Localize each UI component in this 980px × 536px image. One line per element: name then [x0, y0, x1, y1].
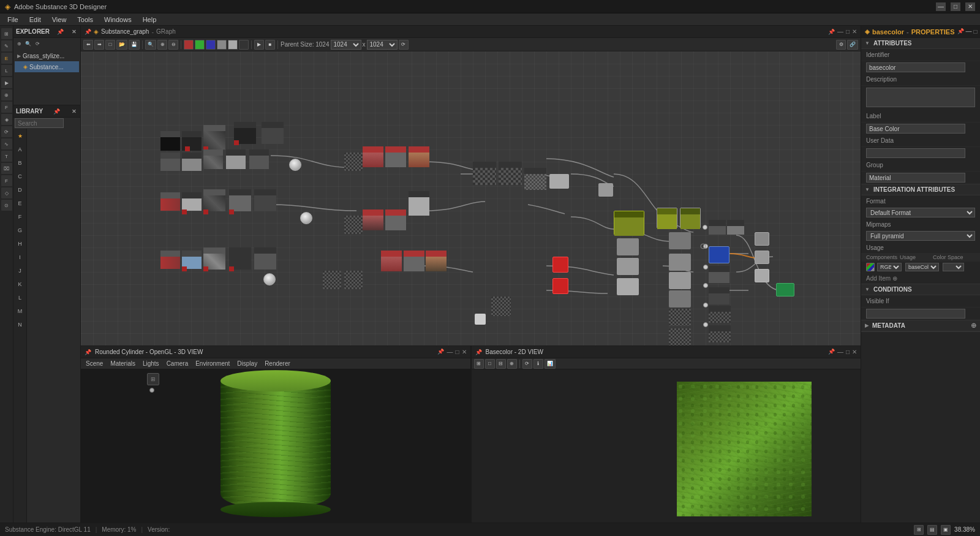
vp3d-close[interactable]: ✕	[462, 349, 467, 355]
lib-icon-k[interactable]: K	[14, 278, 26, 290]
node-red-b3[interactable]	[229, 266, 234, 271]
sidebar-icon-1[interactable]: ⊞	[1, 28, 12, 39]
node-r5[interactable]	[709, 325, 731, 342]
sidebar-icon-9[interactable]: T	[1, 151, 12, 162]
node-red-b1[interactable]	[182, 266, 187, 271]
node-gray-out-4[interactable]	[669, 232, 691, 249]
node-checker-out-1[interactable]	[669, 309, 691, 326]
node-dot-5[interactable]	[703, 303, 708, 308]
node-output-1[interactable]	[598, 183, 613, 197]
menu-view[interactable]: View	[47, 15, 72, 25]
description-textarea[interactable]	[866, 88, 975, 107]
rp-pin[interactable]: 📌	[957, 28, 964, 35]
toolbar-btn-stop[interactable]: ■	[265, 40, 275, 50]
vp2d-min[interactable]: —	[837, 349, 843, 355]
sidebar-icon-4[interactable]: ⊕	[1, 89, 12, 100]
parent-size-select[interactable]: 1024 512 2048	[331, 40, 361, 50]
node-gray-1[interactable]	[549, 174, 569, 189]
graph-header-close[interactable]: ✕	[852, 28, 857, 35]
viewport-3d-canvas[interactable]: ⊞	[81, 369, 470, 524]
vp2d-close[interactable]: ✕	[852, 349, 857, 355]
vp2d-max[interactable]: □	[846, 349, 850, 355]
node-m5[interactable]	[254, 189, 276, 211]
lib-icon-e[interactable]: E	[14, 197, 26, 209]
vp3d-tab-scene[interactable]: Scene	[85, 360, 104, 367]
node-5[interactable]	[262, 122, 284, 144]
toolbar-btn-new[interactable]: □	[105, 40, 115, 50]
toolbar-color-2[interactable]	[195, 40, 205, 50]
format-select[interactable]: Default Format 8 bits 16 bits 32 bits	[866, 208, 975, 217]
sidebar-icon-8[interactable]: ∿	[1, 138, 12, 149]
node-10[interactable]	[249, 149, 269, 169]
node-m2[interactable]	[182, 192, 202, 211]
visible-if-input[interactable]	[866, 309, 965, 319]
node-r3[interactable]	[709, 287, 729, 304]
vp3d-tab-renderer[interactable]: Renderer	[263, 360, 292, 367]
node-olive-out[interactable]	[614, 211, 644, 235]
node-8[interactable]	[203, 149, 223, 169]
toolbar-color-3[interactable]	[206, 40, 216, 50]
lib-icon-m[interactable]: M	[14, 305, 26, 317]
lib-icon-b[interactable]: B	[14, 157, 26, 169]
statusbar-btn-2[interactable]: ▤	[927, 525, 937, 535]
node-checker-out-2[interactable]	[669, 328, 691, 345]
node-mr1[interactable]	[363, 209, 383, 230]
node-3[interactable]	[203, 125, 225, 149]
sidebar-icon-11[interactable]: F	[1, 175, 12, 186]
vp3d-max[interactable]: □	[455, 349, 459, 355]
node-big-red-1[interactable]	[552, 257, 568, 273]
node-gray-out-1[interactable]	[617, 238, 639, 255]
node-6[interactable]	[160, 153, 180, 171]
toolbar-btn-sync[interactable]: ⟳	[399, 40, 409, 50]
lib-icon-star[interactable]: ★	[14, 130, 26, 142]
node-big-red-2[interactable]	[552, 278, 568, 294]
toolbar-btn-1[interactable]: ⬅	[83, 40, 93, 50]
userdata-input[interactable]	[866, 148, 965, 158]
node-gray-out-5[interactable]	[669, 254, 691, 271]
rp-min[interactable]: —	[966, 28, 972, 35]
node-dot-2[interactable]	[703, 244, 708, 249]
toolbar-btn-search[interactable]: 🔍	[145, 40, 156, 50]
node-red-3[interactable]	[234, 140, 239, 145]
conditions-header[interactable]: ▼ CONDITIONS	[861, 284, 980, 295]
sidebar-icon-lib[interactable]: L	[1, 65, 12, 76]
restore-button[interactable]: □	[951, 2, 960, 11]
node-dot-3[interactable]	[703, 265, 708, 270]
sidebar-icon-12[interactable]: ◇	[1, 187, 12, 198]
node-red-m2[interactable]	[203, 209, 208, 214]
explorer-add[interactable]: ⊕	[15, 39, 23, 48]
toolbar-btn-zoomin[interactable]: ⊕	[157, 40, 167, 50]
library-close[interactable]: ✕	[70, 108, 78, 115]
node-red-m1[interactable]	[182, 209, 187, 214]
vp3d-tab-environment[interactable]: Environment	[194, 360, 231, 367]
integration-header[interactable]: ▼ INTEGRATION ATTRIBUTES	[861, 184, 980, 195]
vp2d-btn-3[interactable]: ⊟	[496, 359, 506, 369]
node-red-m3[interactable]	[229, 209, 234, 214]
lib-icon-l[interactable]: L	[14, 292, 26, 304]
library-search-input[interactable]	[15, 118, 64, 128]
vp3d-tab-display[interactable]: Display	[236, 360, 258, 367]
group-input[interactable]	[866, 173, 965, 183]
toolbar-btn-play[interactable]: ▶	[254, 40, 264, 50]
node-m3[interactable]	[203, 189, 225, 211]
node-checker-1[interactable]	[344, 153, 363, 171]
menu-edit[interactable]: Edit	[24, 15, 46, 25]
vp2d-btn-2[interactable]: □	[485, 359, 495, 369]
vp3d-min[interactable]: —	[447, 349, 453, 355]
minimize-button[interactable]: —	[936, 2, 946, 11]
explorer-pin[interactable]: 📌	[56, 28, 64, 36]
explorer-refresh[interactable]: ⟳	[33, 39, 42, 48]
toolbar-btn-open[interactable]: 📂	[116, 40, 127, 50]
sidebar-icon-3[interactable]: ▶	[1, 77, 12, 88]
node-gray-out-3[interactable]	[617, 278, 639, 295]
lib-icon-j[interactable]: J	[14, 265, 26, 277]
node-gray-out-7[interactable]	[669, 290, 691, 308]
toolbar-color-4[interactable]	[217, 40, 227, 50]
node-dot-6[interactable]	[703, 322, 708, 327]
toolbar-color-5[interactable]	[228, 40, 238, 50]
node-r2[interactable]	[709, 266, 729, 283]
toolbar-btn-gear[interactable]: ⚙	[836, 40, 846, 50]
node-red-b2[interactable]	[203, 266, 208, 271]
sidebar-icon-10[interactable]: ⌧	[1, 163, 12, 174]
toolbar-btn-save[interactable]: 💾	[129, 40, 140, 50]
